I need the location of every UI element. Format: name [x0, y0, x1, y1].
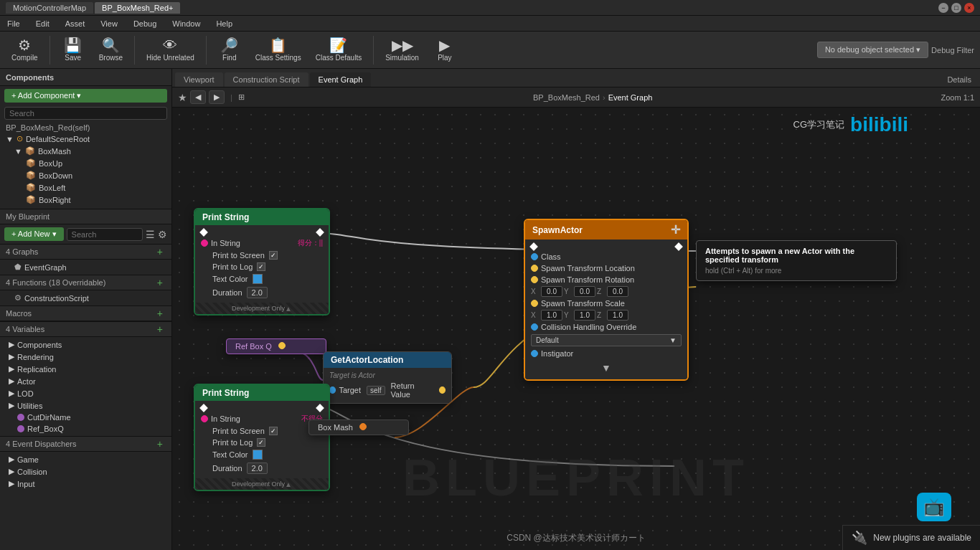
add-variable-button[interactable]: + [154, 323, 166, 335]
spawn-expand-btn[interactable]: ▼ [525, 359, 687, 376]
var-replication[interactable]: ▶ Replication [0, 363, 171, 375]
dispatcher-collision[interactable]: ▶ Collision [0, 465, 171, 478]
dispatcher-input[interactable]: ▶ Input [0, 478, 171, 490]
print-to-log-check-2[interactable] [257, 438, 265, 447]
var-rendering[interactable]: ▶ Rendering [0, 351, 171, 363]
exec-out-pin-2[interactable] [316, 404, 324, 412]
find-button[interactable]: 🔎 Find [212, 35, 247, 65]
grid-icon[interactable]: ⊞ [238, 93, 245, 102]
details-tab[interactable]: Details [941, 72, 977, 87]
functions-section[interactable]: 4 Functions (18 Overridable) + [0, 275, 171, 290]
menu-view[interactable]: View [98, 18, 121, 29]
spawn-exec-in[interactable] [529, 242, 537, 250]
add-graph-button[interactable]: + [154, 246, 166, 257]
add-function-button[interactable]: + [154, 277, 166, 288]
tab-bp-boxmesh[interactable]: BP_BoxMesh_Red+ [95, 2, 180, 14]
canvas-area[interactable]: Print String In String 得分：|| [172, 108, 980, 550]
menu-file[interactable]: File [4, 18, 23, 29]
print-to-log-check-1[interactable] [257, 262, 265, 271]
return-pin[interactable] [439, 387, 446, 394]
blueprint-search-box[interactable] [67, 228, 143, 241]
in-string-pin-2[interactable] [201, 415, 208, 422]
text-color-swatch-2[interactable] [253, 450, 263, 460]
tree-item-boxup[interactable]: 📦 BoxUp [0, 157, 171, 169]
spawn-actor-node[interactable]: SpawnActor ✛ Class Spawn Tra [524, 219, 689, 381]
tree-item-defaultsceneroot[interactable]: ▼ ⊙ DefaultSceneRoot [0, 133, 171, 145]
bilibili-tv-icon[interactable]: 📺 [917, 493, 951, 521]
print-string-node-1[interactable]: Print String In String 得分：|| [194, 208, 330, 316]
spawn-location-pin[interactable] [531, 265, 538, 272]
instigator-pin[interactable] [531, 350, 538, 357]
ref-box-q-node[interactable]: Ref Box Q [226, 338, 326, 354]
construction-script-item[interactable]: ⚙ ConstructionScript [0, 292, 171, 304]
box-mesh-out-pin[interactable] [359, 423, 367, 430]
rot-y-val[interactable]: 0.0 [574, 286, 595, 297]
target-pin[interactable] [329, 387, 336, 394]
exec-out-pin-1[interactable] [316, 228, 324, 236]
tree-item-boxright[interactable]: 📦 BoxRight [0, 194, 171, 206]
tab-viewport[interactable]: Viewport [175, 72, 223, 87]
add-component-button[interactable]: + Add Component ▾ [4, 89, 167, 103]
event-dispatchers-section[interactable]: 4 Event Dispatchers + [0, 436, 171, 452]
close-button[interactable]: × [964, 3, 974, 13]
in-string-pin-1[interactable] [201, 240, 208, 247]
tab-event-graph[interactable]: Event Graph [310, 72, 372, 87]
collision-pin[interactable] [531, 323, 538, 331]
var-lod[interactable]: ▶ LOD [0, 387, 171, 399]
my-blueprint-header[interactable]: My Blueprint [0, 209, 171, 224]
tree-item-boxleft[interactable]: 📦 BoxLeft [0, 181, 171, 194]
exec-in-pin-1[interactable] [199, 228, 207, 236]
add-new-button[interactable]: + Add New ▾ [4, 227, 64, 241]
view-toggle-icon[interactable]: ☰ [146, 229, 155, 240]
duration-val-1[interactable]: 2.0 [247, 287, 268, 298]
exec-in-pin-2[interactable] [199, 404, 207, 412]
save-button[interactable]: 💾 Save [56, 35, 90, 65]
scale-x-val[interactable]: 1.0 [541, 310, 562, 321]
class-defaults-button[interactable]: 📝 Class Defaults [310, 35, 367, 65]
component-search-box[interactable] [4, 107, 167, 120]
var-actor[interactable]: ▶ Actor [0, 375, 171, 387]
menu-debug[interactable]: Debug [131, 18, 159, 29]
add-macro-button[interactable]: + [154, 308, 166, 319]
plugin-notice[interactable]: 🔌 New plugins are available [842, 525, 980, 550]
var-refboxq[interactable]: Ref_BoxQ [0, 423, 171, 435]
scale-z-val[interactable]: 1.0 [607, 310, 628, 321]
tab-motion-controller[interactable]: MotionControllerMap [6, 2, 93, 14]
rot-x-val[interactable]: 0.0 [541, 286, 562, 297]
blueprint-search-input[interactable] [72, 230, 138, 239]
tree-item-boxdown[interactable]: 📦 BoxDown [0, 169, 171, 181]
maximize-button[interactable]: □ [951, 3, 961, 13]
print-to-screen-check-1[interactable] [269, 251, 278, 260]
menu-asset[interactable]: Asset [62, 18, 88, 29]
eventgraph-item[interactable]: ⬟ EventGraph [0, 261, 171, 273]
box-mesh-node[interactable]: Box Mash [308, 419, 409, 435]
var-utilities[interactable]: ▶ Utilities [0, 399, 171, 412]
menu-edit[interactable]: Edit [33, 18, 52, 29]
class-pin[interactable] [531, 253, 538, 260]
spawn-rotation-pin[interactable] [531, 276, 538, 283]
debug-filter-button[interactable]: No debug object selected ▾ [817, 42, 928, 58]
tree-item-boxmash[interactable]: ▼ 📦 BoxMash [0, 145, 171, 157]
component-search-input[interactable] [9, 109, 162, 118]
variables-section[interactable]: 4 Variables + [0, 321, 171, 337]
menu-window[interactable]: Window [169, 18, 203, 29]
get-actor-location-node[interactable]: GetActorLocation Target is Actor Target … [323, 351, 452, 404]
spawn-scale-pin[interactable] [531, 300, 538, 307]
class-settings-button[interactable]: 📋 Class Settings [250, 35, 307, 65]
graphs-section[interactable]: 4 Graphs + [0, 244, 171, 260]
simulation-button[interactable]: ▶▶ Simulation [380, 35, 425, 65]
nav-back-button[interactable]: ◀ [190, 90, 206, 104]
spawn-actor-move-icon[interactable]: ✛ [671, 223, 680, 237]
compile-button[interactable]: ⚙ Compile [6, 35, 44, 65]
scale-y-val[interactable]: 1.0 [574, 310, 595, 321]
hide-unrelated-button[interactable]: 👁 Hide Unrelated [141, 35, 200, 65]
var-components[interactable]: ▶ Components [0, 338, 171, 351]
macros-section[interactable]: Macros + [0, 305, 171, 321]
nav-forward-button[interactable]: ▶ [209, 90, 225, 104]
spawn-exec-out[interactable] [674, 242, 682, 250]
dispatcher-game[interactable]: ▶ Game [0, 453, 171, 465]
text-color-swatch-1[interactable] [253, 274, 263, 284]
var-cutdirname[interactable]: CutDirName [0, 412, 171, 423]
collision-dropdown[interactable]: Default ▼ [531, 334, 682, 346]
rot-z-val[interactable]: 0.0 [607, 286, 628, 297]
